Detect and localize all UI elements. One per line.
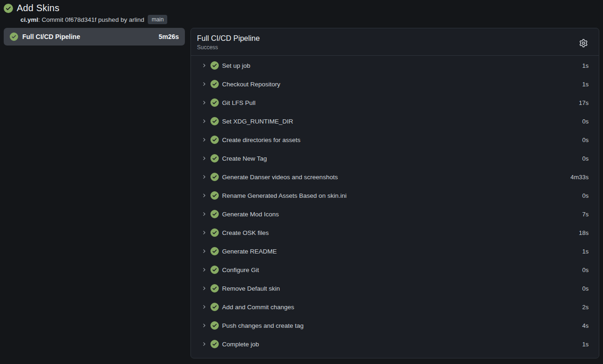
steps-list: Set up job 1s Checkout Repository 1s Git… bbox=[191, 56, 599, 356]
run-layout: Full CI/CD Pipeline 5m26s Full CI/CD Pip… bbox=[0, 28, 603, 358]
step-label: Generate Mod Icons bbox=[222, 211, 582, 218]
step-duration: 7s bbox=[582, 211, 589, 218]
step-label: Complete job bbox=[222, 341, 582, 348]
jobs-sidebar: Full CI/CD Pipeline 5m26s bbox=[4, 28, 185, 46]
step-status-success-icon bbox=[210, 80, 219, 88]
chevron-right-icon[interactable] bbox=[201, 248, 207, 254]
step-row[interactable]: Create New Tag 0s bbox=[191, 149, 599, 168]
step-duration: 1s bbox=[582, 341, 589, 348]
step-row[interactable]: Create OSK files 18s bbox=[191, 223, 599, 242]
step-duration: 0s bbox=[582, 285, 589, 292]
step-label: Checkout Repository bbox=[222, 81, 582, 88]
run-status-success-icon bbox=[4, 4, 13, 13]
step-status-success-icon bbox=[210, 136, 219, 144]
branch-badge[interactable]: main bbox=[148, 15, 167, 24]
job-name: Full CI/CD Pipeline bbox=[22, 33, 154, 40]
step-duration: 17s bbox=[579, 99, 589, 106]
chevron-right-icon[interactable] bbox=[201, 193, 207, 198]
step-row[interactable]: Set up job 1s bbox=[191, 56, 599, 75]
run-subtitle: ci.yml: Commit 0f678d341f pushed by arli… bbox=[20, 15, 596, 24]
chevron-right-icon[interactable] bbox=[201, 118, 207, 124]
step-row[interactable]: Set XDG_RUNTIME_DIR 0s bbox=[191, 112, 599, 130]
chevron-right-icon[interactable] bbox=[201, 230, 207, 235]
chevron-right-icon[interactable] bbox=[201, 267, 207, 273]
step-row[interactable]: Push changes and create tag 4s bbox=[191, 316, 599, 335]
chevron-right-icon[interactable] bbox=[201, 341, 207, 347]
step-row[interactable]: Rename Generated Assets Based on skin.in… bbox=[191, 186, 599, 205]
sidebar-job-full-ci-cd-pipeline[interactable]: Full CI/CD Pipeline 5m26s bbox=[4, 28, 185, 46]
job-detail-panel: Full CI/CD Pipeline Success Set up job 1… bbox=[190, 28, 599, 358]
chevron-right-icon[interactable] bbox=[201, 100, 207, 105]
chevron-right-icon[interactable] bbox=[201, 174, 207, 180]
step-duration: 1s bbox=[582, 248, 589, 255]
chevron-right-icon[interactable] bbox=[201, 304, 207, 310]
run-title: Add Skins bbox=[17, 3, 59, 13]
chevron-right-icon[interactable] bbox=[201, 137, 207, 143]
job-panel-status: Success bbox=[197, 44, 577, 51]
step-label: Add and Commit changes bbox=[222, 304, 582, 311]
step-label: Create directories for assets bbox=[222, 136, 582, 143]
step-row[interactable]: Checkout Repository 1s bbox=[191, 75, 599, 93]
step-row[interactable]: Generate README 1s bbox=[191, 242, 599, 260]
step-status-success-icon bbox=[210, 117, 219, 125]
step-duration: 0s bbox=[582, 192, 589, 199]
job-panel-header: Full CI/CD Pipeline Success bbox=[191, 28, 599, 55]
step-status-success-icon bbox=[210, 61, 219, 70]
step-label: Create New Tag bbox=[222, 155, 582, 162]
step-status-success-icon bbox=[210, 191, 219, 200]
step-label: Create OSK files bbox=[222, 229, 579, 236]
step-label: Push changes and create tag bbox=[222, 322, 582, 329]
step-duration: 18s bbox=[579, 229, 589, 236]
step-status-success-icon bbox=[210, 98, 219, 107]
gear-icon[interactable] bbox=[577, 37, 590, 49]
step-row[interactable]: Remove Default skin 0s bbox=[191, 279, 599, 298]
step-status-success-icon bbox=[210, 228, 219, 237]
step-row[interactable]: Git LFS Pull 17s bbox=[191, 93, 599, 112]
chevron-right-icon[interactable] bbox=[201, 211, 207, 217]
step-status-success-icon bbox=[210, 154, 219, 162]
step-label: Git LFS Pull bbox=[222, 99, 579, 106]
step-row[interactable]: Add and Commit changes 2s bbox=[191, 298, 599, 316]
chevron-right-icon[interactable] bbox=[201, 156, 207, 161]
step-duration: 1s bbox=[582, 62, 589, 69]
step-duration: 0s bbox=[582, 136, 589, 143]
commit-info: : Commit 0f678d341f pushed by arlind bbox=[38, 16, 144, 23]
step-status-success-icon bbox=[210, 340, 219, 348]
step-duration: 0s bbox=[582, 155, 589, 162]
job-status-success-icon bbox=[10, 32, 18, 41]
step-label: Generate Danser videos and screenshots bbox=[222, 174, 570, 181]
step-duration: 1s bbox=[582, 81, 589, 88]
workflow-file-name: ci.yml bbox=[20, 16, 38, 23]
step-label: Set XDG_RUNTIME_DIR bbox=[222, 118, 582, 125]
step-status-success-icon bbox=[210, 321, 219, 330]
step-duration: 4s bbox=[582, 322, 589, 329]
chevron-right-icon[interactable] bbox=[201, 81, 207, 87]
step-row[interactable]: Configure Git 0s bbox=[191, 260, 599, 279]
step-duration: 0s bbox=[582, 266, 589, 273]
step-row[interactable]: Generate Danser videos and screenshots 4… bbox=[191, 168, 599, 186]
step-status-success-icon bbox=[210, 210, 219, 218]
step-duration: 0s bbox=[582, 118, 589, 125]
step-label: Set up job bbox=[222, 62, 582, 69]
step-row[interactable]: Generate Mod Icons 7s bbox=[191, 205, 599, 223]
step-status-success-icon bbox=[210, 247, 219, 255]
chevron-right-icon[interactable] bbox=[201, 323, 207, 328]
step-status-success-icon bbox=[210, 303, 219, 311]
chevron-right-icon[interactable] bbox=[201, 286, 207, 291]
chevron-right-icon[interactable] bbox=[201, 63, 207, 68]
step-label: Remove Default skin bbox=[222, 285, 582, 292]
step-status-success-icon bbox=[210, 266, 219, 274]
job-panel-title: Full CI/CD Pipeline bbox=[197, 34, 577, 43]
job-duration: 5m26s bbox=[158, 33, 179, 40]
step-status-success-icon bbox=[210, 284, 219, 292]
step-label: Configure Git bbox=[222, 266, 582, 273]
step-row[interactable]: Create directories for assets 0s bbox=[191, 130, 599, 149]
step-status-success-icon bbox=[210, 173, 219, 181]
step-label: Rename Generated Assets Based on skin.in… bbox=[222, 192, 582, 199]
run-header: Add Skins ci.yml: Commit 0f678d341f push… bbox=[0, 0, 603, 24]
step-duration: 4m33s bbox=[570, 174, 589, 181]
step-duration: 2s bbox=[582, 304, 589, 311]
step-row[interactable]: Complete job 1s bbox=[191, 335, 599, 353]
step-label: Generate README bbox=[222, 248, 582, 255]
